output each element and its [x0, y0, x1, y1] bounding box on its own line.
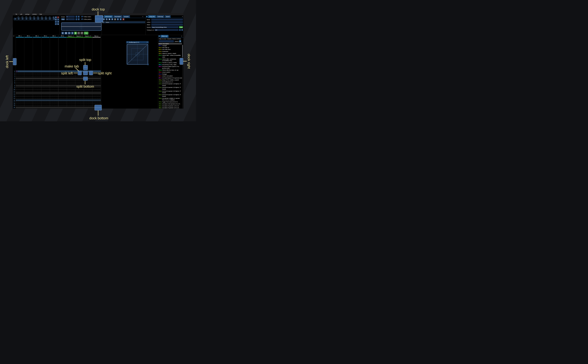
octave-plus-button[interactable]: +	[78, 16, 80, 18]
pattern-cell[interactable]	[75, 76, 84, 78]
pattern-cell[interactable]	[33, 99, 41, 101]
songinfo-collapse-button[interactable]	[146, 16, 148, 17]
pattern-cell[interactable]	[50, 103, 58, 105]
effect-entry[interactable]: 06xyVolume slide + portamento(compatibil…	[158, 58, 182, 62]
pattern-cell[interactable]	[16, 83, 24, 85]
pattern-cell[interactable]	[33, 83, 41, 85]
pattern-cell[interactable]	[58, 85, 67, 87]
pattern-cell[interactable]	[33, 96, 41, 98]
pattern-cell[interactable]	[33, 92, 41, 94]
effect-entry[interactable]: 19xxSet attack of all operators (0 to 1F…	[158, 103, 182, 105]
effect-entry[interactable]: 0CxxRetrigger	[158, 73, 182, 75]
pattern-cell[interactable]	[33, 107, 41, 108]
pattern-cell[interactable]	[67, 89, 75, 90]
move-instrument-up-button[interactable]	[117, 18, 119, 20]
menu-edit[interactable]: edit	[19, 13, 24, 15]
effect-entry[interactable]: 02xxPitch slide down	[158, 49, 182, 50]
pattern-cell[interactable]	[41, 70, 50, 72]
tab-wavetables[interactable]: Wavetables	[113, 15, 122, 18]
effect-entry[interactable]: 14xxSet level of operator 3 (0 highest, …	[158, 90, 182, 94]
pattern-cell[interactable]	[33, 76, 41, 78]
save-instrument-button[interactable]	[111, 18, 113, 20]
pattern-cell[interactable]	[84, 105, 92, 107]
pattern-cell[interactable]	[16, 76, 24, 78]
pattern-cell[interactable]	[16, 85, 24, 87]
pattern-cell[interactable]	[75, 101, 84, 103]
pattern-cell[interactable]	[58, 90, 67, 92]
channel-header-fm-2[interactable]: FM 2	[24, 35, 33, 38]
tab-song-info[interactable]: Song Info	[148, 15, 156, 18]
effect-entry[interactable]: 16xySet operator multiplier (x: operator…	[158, 98, 182, 101]
pattern-cell[interactable]	[50, 105, 58, 107]
channel-header-square-1[interactable]: Square 1	[67, 35, 75, 38]
pattern-cell[interactable]	[75, 96, 84, 98]
pattern-cell[interactable]	[41, 83, 50, 85]
order-cell[interactable]: 00	[40, 18, 44, 20]
pattern-cell[interactable]	[33, 90, 41, 92]
dock-bottom-target[interactable]	[94, 105, 102, 110]
pattern-cell[interactable]	[75, 92, 84, 94]
pattern-cell[interactable]	[33, 85, 41, 87]
pattern-cell[interactable]	[33, 108, 41, 109]
channel-header-fm-5[interactable]: FM 5	[50, 35, 58, 38]
orders-selected-row[interactable]: 0000000000000000000000	[14, 18, 55, 20]
close-icon[interactable]	[181, 35, 182, 37]
pattern-cell[interactable]	[16, 103, 24, 105]
pattern-cell[interactable]	[75, 94, 84, 96]
pattern-cell[interactable]	[75, 89, 84, 90]
pattern-cell[interactable]	[92, 99, 101, 101]
pattern-cell[interactable]	[58, 94, 67, 96]
pattern-cell[interactable]	[92, 79, 101, 81]
pattern-cell[interactable]	[58, 78, 67, 79]
pattern-cell[interactable]	[84, 103, 92, 105]
pattern-cell[interactable]	[67, 107, 75, 108]
pattern-cell[interactable]	[33, 72, 41, 74]
pattern-cell[interactable]	[16, 81, 24, 83]
pattern-cell[interactable]	[84, 108, 92, 109]
effect-entry[interactable]: 01xxPitch slide up	[158, 47, 182, 49]
pattern-cell[interactable]	[16, 96, 24, 98]
pattern-cell[interactable]	[16, 89, 24, 90]
pattern-cell[interactable]	[50, 81, 58, 83]
menu-file[interactable]: file	[14, 13, 19, 15]
delete-instrument-button[interactable]	[122, 18, 125, 20]
deep-clone-order-button[interactable]	[55, 23, 57, 25]
pattern-cell[interactable]	[16, 72, 24, 74]
pattern-cell[interactable]	[50, 79, 58, 81]
pattern-cell[interactable]	[24, 94, 33, 96]
oscilloscope-xy-titlebar[interactable]: Oscilloscope (X-Y)	[126, 41, 149, 44]
pattern-cell[interactable]	[67, 94, 75, 96]
pattern-cell[interactable]	[67, 90, 75, 92]
name-input[interactable]	[151, 19, 183, 21]
split-right-target[interactable]	[89, 71, 93, 75]
pattern-corner-button[interactable]: ++	[13, 35, 14, 37]
scrollbar[interactable]	[182, 45, 183, 109]
pattern-cell[interactable]	[58, 98, 67, 99]
menu-window[interactable]: window	[31, 13, 38, 15]
pattern-cell[interactable]	[84, 81, 92, 83]
pattern-cell[interactable]	[67, 78, 75, 79]
pattern-cell[interactable]	[84, 107, 92, 108]
pattern-cell[interactable]	[50, 96, 58, 98]
system-auto-button[interactable]: Auto	[179, 26, 183, 28]
effectlist-collapse-button[interactable]	[159, 35, 160, 37]
pattern-cell[interactable]	[75, 105, 84, 107]
pattern-cell[interactable]	[58, 105, 67, 107]
pattern-cell[interactable]	[58, 108, 67, 109]
order-cell[interactable]: 00	[36, 18, 40, 20]
effect-search-input[interactable]	[159, 40, 174, 42]
pattern-cell[interactable]	[58, 89, 67, 90]
step-label-chip[interactable]: Step	[61, 18, 65, 20]
pattern-cell[interactable]	[41, 78, 50, 79]
record-button[interactable]	[74, 32, 77, 35]
pattern-cell[interactable]	[33, 89, 41, 90]
effect-entry[interactable]: 13xxSet level of operator 2 (0 highest, …	[158, 87, 182, 90]
pattern-cell[interactable]	[41, 87, 50, 89]
pattern-cell[interactable]	[33, 78, 41, 79]
pattern-cell[interactable]	[50, 92, 58, 94]
dock-left-target[interactable]	[13, 58, 17, 65]
step-plus-button[interactable]: +	[78, 18, 80, 20]
pattern-cell[interactable]	[50, 87, 58, 89]
pattern-cell[interactable]	[16, 107, 24, 108]
pattern-cell[interactable]	[75, 90, 84, 92]
